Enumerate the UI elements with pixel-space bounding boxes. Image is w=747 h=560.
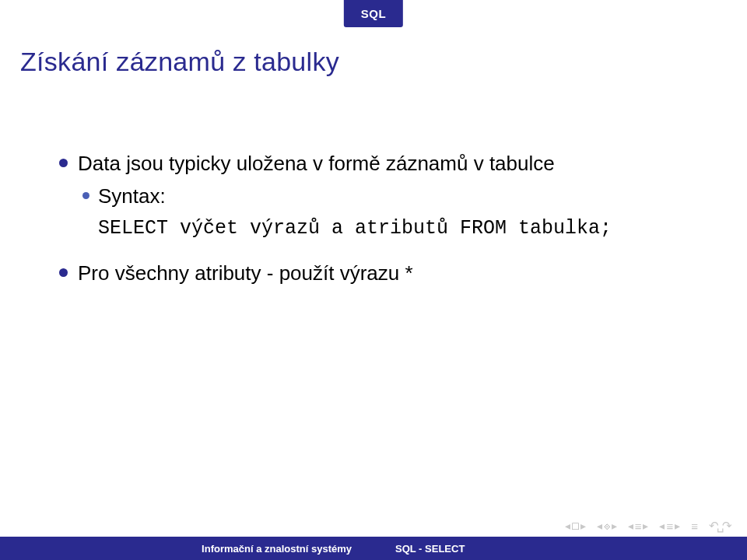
frame-title: Získání záznamů z tabulky (20, 47, 747, 77)
nav-undo-icon[interactable]: ↶␣↷ (709, 519, 730, 533)
bullet-text: Data jsou typicky uložena v formě záznam… (78, 152, 555, 175)
footer-left: Informační a znalostní systémy (0, 537, 374, 560)
bullet-text: Syntax: (98, 184, 166, 208)
bullet-level-1: Pro všechny atributy - použít výrazu * (54, 257, 700, 289)
footer-right-text: SQL - SELECT (395, 543, 465, 555)
nav-back-icon[interactable]: ◂≡▸ (628, 520, 649, 533)
nav-outline-icon[interactable]: ≡ (691, 520, 698, 533)
nav-symbols: ◂□▸ ◂⟐▸ ◂≡▸ ◂≡▸ ≡ ↶␣↷ (565, 519, 730, 533)
footer-right: SQL - SELECT (374, 537, 747, 560)
bullet-level-1: Data jsou typicky uložena v formě záznam… (54, 148, 700, 179)
bullet-text: Pro všechny atributy - použít výrazu * (78, 261, 413, 285)
footer-left-text: Informační a znalostní systémy (202, 543, 352, 555)
footer: Informační a znalostní systémy SQL - SEL… (0, 537, 747, 560)
bullet-level-2: Syntax: (54, 180, 700, 212)
nav-prev-icon[interactable]: ◂⟐▸ (597, 520, 617, 532)
header: SQL (0, 0, 747, 39)
nav-forward-icon[interactable]: ◂≡▸ (659, 520, 680, 533)
content: Data jsou typicky uložena v formě záznam… (54, 148, 700, 291)
nav-first-icon[interactable]: ◂□▸ (565, 520, 585, 532)
slide: SQL Získání záznamů z tabulky Data jsou … (0, 0, 747, 560)
code-line: SELECT výčet výrazů a atributů FROM tabu… (98, 214, 700, 244)
section-tab: SQL (344, 0, 403, 27)
